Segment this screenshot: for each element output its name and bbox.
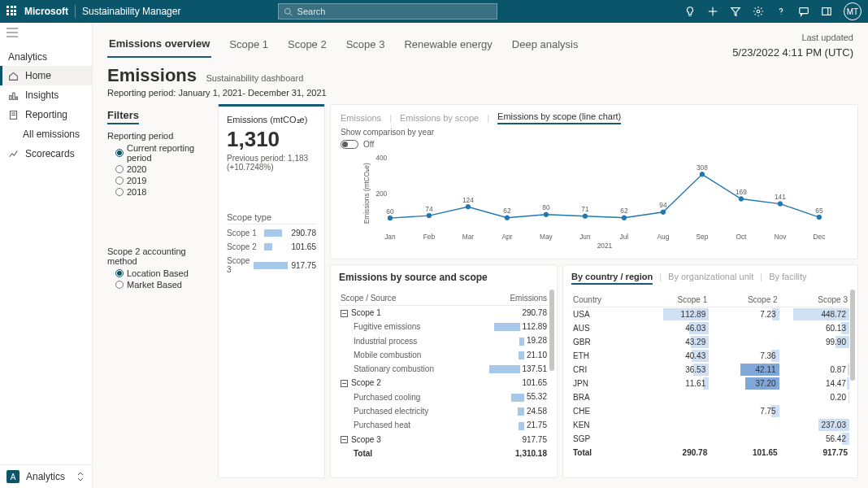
table-row[interactable]: Scope 2101.65 [339,376,549,390]
svg-point-20 [388,216,393,220]
footer-label: Analytics [26,471,65,482]
chart-tab-line[interactable]: Emissions by scope (line chart) [497,111,621,124]
table-row[interactable]: CHE7.75 [571,404,849,418]
svg-text:200: 200 [375,190,387,198]
table-row[interactable]: Purchased electricity 24.58 [339,404,549,418]
filter-opt-2018[interactable]: 2018 [107,186,211,198]
svg-text:Dec: Dec [814,233,826,241]
insights-icon [8,90,19,101]
tab-scope-3[interactable]: Scope 3 [345,35,387,57]
sidebar-item-reporting[interactable]: Reporting [0,105,92,124]
main: Emissions overview Scope 1 Scope 2 Scope… [93,23,868,488]
table-row[interactable]: KEN237.03 [571,418,849,432]
filter-opt-2019[interactable]: 2019 [107,175,211,186]
search-placeholder: Search [297,7,326,16]
divider [75,5,76,18]
table-row[interactable]: CRI36.5342.110.87 [571,363,849,377]
page-title: Emissions [107,65,197,86]
table-row[interactable]: BRA0.20 [571,390,849,404]
svg-rect-5 [800,8,809,14]
tab-scope-1[interactable]: Scope 1 [228,35,270,57]
scrollbar[interactable] [549,290,554,471]
svg-text:Feb: Feb [423,233,436,241]
svg-text:May: May [540,233,553,241]
table-row[interactable]: Stationary combustion 137.51 [339,362,549,376]
table-row[interactable]: GBR43.2999.90 [571,335,849,349]
svg-text:71: 71 [581,205,589,213]
table-row[interactable]: Purchased cooling 55.32 [339,390,549,403]
table-row[interactable]: Scope 1290.78 [339,306,549,320]
svg-text:Oct: Oct [736,233,747,241]
footer-badge: A [7,470,20,483]
table-row[interactable]: Industrial process 19.28 [339,333,549,347]
hamburger-icon[interactable] [0,23,92,45]
sidebar-item-scorecards[interactable]: Scorecards [0,144,92,163]
svg-text:62: 62 [620,207,628,215]
region-tab-org[interactable]: By organizational unit [668,272,753,285]
table-row[interactable]: USA112.897.23448.72 [571,307,849,322]
chart-tab-by-scope[interactable]: Emissions by scope [400,113,479,123]
brand: Microsoft [24,6,68,17]
kpi-label: Emissions (mtCO₂e) [227,115,316,125]
sidebar-item-all-emissions[interactable]: All emissions [0,124,92,144]
help-icon[interactable] [775,6,787,17]
svg-point-29 [505,216,510,220]
plus-icon[interactable] [707,6,718,17]
svg-text:141: 141 [775,193,786,201]
source-table: Scope / SourceEmissions Scope 1290.78Fug… [339,291,549,460]
table-row[interactable]: ETH40.437.36 [571,349,849,363]
table-row[interactable]: Fugitive emissions 112.89 [339,320,549,333]
table-row[interactable]: JPN11.6137.2014.47 [571,377,849,390]
kpi-previous: Previous period: 1,183 (+10.7248%) [227,154,316,172]
svg-rect-11 [10,95,11,99]
table-row[interactable]: Purchased heat 21.75 [339,418,549,432]
svg-point-44 [700,172,705,177]
svg-point-41 [661,210,666,215]
collapse-icon[interactable] [341,436,348,443]
scope-row: Scope 3917.75 [227,254,316,277]
filter-opt-market[interactable]: Market Based [107,279,211,290]
comparison-toggle[interactable] [341,140,358,149]
table-row[interactable]: Mobile combustion 21.10 [339,348,549,362]
svg-rect-13 [16,97,18,99]
scrollbar[interactable] [850,290,855,471]
table-row[interactable]: SGP56.42 [571,432,849,446]
app-launcher-icon[interactable] [7,6,18,17]
sidebar: Analytics Home Insights Reporting All em… [0,23,93,488]
search-input[interactable]: Search [278,3,497,20]
lightbulb-icon[interactable] [684,6,696,17]
avatar[interactable]: MT [844,2,861,20]
chat-icon[interactable] [798,6,809,17]
search-icon [284,7,293,16]
svg-text:Jul: Jul [620,233,629,241]
tab-renewable[interactable]: Renewable energy [402,35,493,57]
svg-point-32 [544,212,549,217]
sidebar-item-insights[interactable]: Insights [0,85,92,105]
svg-text:62: 62 [503,207,511,215]
table-row[interactable]: Scope 3917.75 [339,433,549,447]
gear-icon[interactable] [753,6,764,17]
filter-icon[interactable] [730,6,741,17]
svg-text:400: 400 [375,154,387,162]
region-tab-country[interactable]: By country / region [571,272,653,285]
sidebar-footer[interactable]: A Analytics [0,464,92,488]
tab-deep-analysis[interactable]: Deep analysis [510,35,580,57]
filter-opt-location[interactable]: Location Based [107,268,211,279]
filter-opt-current[interactable]: Current reporting period [107,142,211,163]
svg-text:Emissions (mtCO₂e): Emissions (mtCO₂e) [362,163,371,224]
region-tab-facility[interactable]: By facility [769,272,806,285]
filters-panel: Filters Reporting period Current reporti… [107,104,211,478]
sidebar-section: Analytics [0,45,92,66]
region-table: CountryScope 1Scope 2Scope 3 USA112.897.… [571,293,849,460]
filter-opt-2020[interactable]: 2020 [107,163,211,175]
collapse-icon[interactable] [341,380,348,387]
kpi-card: Emissions (mtCO₂e) 1,310 Previous period… [218,104,325,478]
chart-tab-emissions[interactable]: Emissions [341,113,381,123]
tab-scope-2[interactable]: Scope 2 [286,35,328,57]
sidebar-item-home[interactable]: Home [0,66,92,85]
tab-emissions-overview[interactable]: Emissions overview [107,34,211,58]
svg-point-0 [284,8,290,14]
table-row[interactable]: AUS46.0360.13 [571,321,849,335]
panel-icon[interactable] [821,6,832,17]
collapse-icon[interactable] [341,310,348,317]
